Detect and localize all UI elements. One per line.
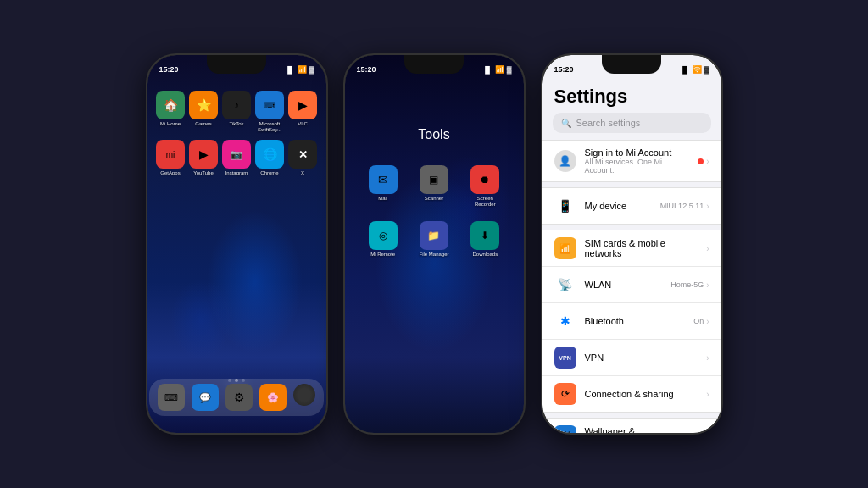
app-games[interactable]: ⭐ Games bbox=[189, 91, 219, 133]
app-label-mail: Mail bbox=[378, 196, 387, 202]
app-file-manager[interactable]: 📁 File Manager bbox=[413, 221, 455, 258]
status-time-home: 15:20 bbox=[159, 65, 179, 74]
vpn-icon: VPN bbox=[554, 347, 576, 369]
app-mail[interactable]: ✉ Mail bbox=[362, 165, 404, 208]
app-youtube[interactable]: ▶ YouTube bbox=[189, 140, 219, 176]
app-icon-mi-home: 🏠 bbox=[156, 91, 185, 119]
app-swiftkey[interactable]: ⌨ Microsoft SwiftKey... bbox=[255, 91, 285, 133]
dock-icon-camera bbox=[293, 384, 315, 406]
status-icons-home: ▐▌ 📶 ▓ bbox=[285, 65, 314, 74]
dock-dialer[interactable]: ⌨ bbox=[158, 384, 185, 411]
settings-row-sim[interactable]: 📶 SIM cards & mobile networks › bbox=[542, 230, 721, 267]
my-device-icon: 📱 bbox=[554, 195, 576, 217]
wallpaper-right: › bbox=[706, 432, 709, 434]
wallpaper-icon: 🖼 bbox=[554, 425, 576, 433]
dock-icon-photos: 🌸 bbox=[259, 384, 287, 411]
app-vlc[interactable]: ▶ VLC bbox=[288, 91, 318, 133]
app-instagram[interactable]: 📷 Instagram bbox=[222, 140, 252, 176]
settings-content: Settings 🔍 Search settings 👤 Sign in to … bbox=[542, 79, 721, 433]
wallpaper-content: Wallpaper & personalization bbox=[585, 426, 698, 433]
app-icon-chrome: 🌐 bbox=[255, 140, 284, 169]
tools-grid: ✉ Mail ▣ Scanner ⏺ Screen Recorder ◎ Mi … bbox=[345, 157, 524, 267]
connection-sharing-content: Connection & sharing bbox=[585, 389, 698, 399]
bluetooth-icon: ✱ bbox=[554, 310, 576, 332]
app-label-instagram: Instagram bbox=[225, 170, 248, 176]
dock-messages[interactable]: 💬 bbox=[192, 384, 219, 411]
app-label-downloads: Downloads bbox=[472, 252, 498, 258]
app-mi-home[interactable]: 🏠 Mi Home bbox=[156, 91, 186, 133]
app-scanner[interactable]: ▣ Scanner bbox=[413, 165, 455, 208]
settings-row-my-device[interactable]: 📱 My device MIUI 12.5.11 › bbox=[542, 188, 721, 224]
chevron-bluetooth: › bbox=[706, 317, 709, 326]
settings-row-connection-sharing[interactable]: ⟳ Connection & sharing › bbox=[542, 376, 721, 412]
app-icon-swiftkey: ⌨ bbox=[255, 91, 284, 119]
app-label-x: X bbox=[301, 170, 304, 176]
dock-photos[interactable]: 🌸 bbox=[259, 384, 287, 411]
phone-settings: 15:20 ▐▌ 🛜 ▓ Settings 🔍 Search settings bbox=[541, 53, 723, 435]
settings-section-personalization: 🖼 Wallpaper & personalization › 🔒 bbox=[542, 418, 721, 433]
app-getapps[interactable]: mi GetApps bbox=[156, 140, 186, 176]
mi-account-content: Sign in to Mi Account All Mi services. O… bbox=[585, 147, 690, 175]
app-icon-games: ⭐ bbox=[189, 91, 218, 119]
search-placeholder: Search settings bbox=[576, 118, 641, 128]
battery-icon-2: ▓ bbox=[507, 66, 512, 74]
app-icon-scanner: ▣ bbox=[420, 165, 448, 194]
settings-row-mi-account[interactable]: 👤 Sign in to Mi Account All Mi services.… bbox=[542, 141, 721, 181]
app-icon-youtube: ▶ bbox=[189, 140, 218, 169]
wallpaper-title: Wallpaper & personalization bbox=[585, 426, 698, 433]
app-icon-mi-remote: ◎ bbox=[369, 221, 398, 250]
my-device-right: MIUI 12.5.11 › bbox=[660, 202, 709, 211]
dock-icon-messages: 💬 bbox=[192, 384, 219, 411]
app-icon-instagram: 📷 bbox=[222, 140, 251, 169]
sim-icon: 📶 bbox=[554, 237, 576, 259]
vpn-content: VPN bbox=[585, 352, 698, 363]
app-icon-file-manager: 📁 bbox=[420, 221, 448, 250]
settings-row-wlan[interactable]: 📡 WLAN Home-5G › bbox=[542, 267, 721, 303]
settings-section-network: 📶 SIM cards & mobile networks › 📡 bbox=[542, 230, 721, 413]
app-x[interactable]: ✕ X bbox=[288, 140, 318, 176]
app-icon-x: ✕ bbox=[288, 140, 317, 169]
app-icon-tiktok: ♪ bbox=[222, 91, 251, 119]
settings-row-vpn[interactable]: VPN VPN › bbox=[542, 340, 721, 376]
chevron-wallpaper: › bbox=[706, 432, 709, 434]
settings-row-bluetooth[interactable]: ✱ Bluetooth On › bbox=[542, 303, 721, 340]
folder-title: Tools bbox=[345, 127, 524, 142]
app-label-youtube: YouTube bbox=[193, 170, 214, 176]
signal-icon-3: ▐▌ bbox=[680, 66, 689, 74]
chevron-sim: › bbox=[706, 244, 709, 253]
app-label-mi-home: Mi Home bbox=[160, 121, 181, 127]
bluetooth-content: Bluetooth bbox=[585, 316, 686, 326]
dock-camera[interactable] bbox=[293, 384, 315, 411]
miui-version: MIUI 12.5.11 bbox=[660, 202, 704, 210]
connection-sharing-right: › bbox=[706, 390, 709, 399]
app-icon-screen-recorder: ⏺ bbox=[470, 165, 499, 194]
signal-icon: ▐▌ bbox=[285, 66, 294, 74]
app-label-vlc: VLC bbox=[298, 121, 308, 127]
app-icon-vlc: ▶ bbox=[288, 91, 317, 119]
app-tiktok[interactable]: ♪ TikTok bbox=[222, 91, 252, 133]
settings-row-wallpaper[interactable]: 🖼 Wallpaper & personalization › bbox=[542, 419, 721, 433]
status-bar-home: 15:20 ▐▌ 📶 ▓ bbox=[147, 55, 326, 79]
status-icons-settings: ▐▌ 🛜 ▓ bbox=[680, 65, 709, 74]
app-icon-downloads: ⬇ bbox=[470, 221, 499, 250]
vpn-right: › bbox=[706, 353, 709, 363]
app-label-chrome: Chrome bbox=[260, 170, 278, 176]
vpn-title: VPN bbox=[585, 352, 698, 363]
chevron-vpn: › bbox=[706, 353, 709, 363]
dock-settings[interactable]: ⚙ bbox=[225, 384, 253, 411]
phone-tools: 15:20 ▐▌ 📶 ▓ Tools ✉ Mail ▣ Scanner bbox=[343, 53, 526, 435]
settings-search-bar[interactable]: 🔍 Search settings bbox=[553, 113, 711, 133]
app-label-tiktok: TikTok bbox=[229, 121, 243, 127]
app-grid-home: 🏠 Mi Home ⭐ Games ♪ TikTok ⌨ Microsoft S… bbox=[147, 86, 326, 182]
wlan-icon: 📡 bbox=[554, 274, 576, 296]
wifi-icon-3: 🛜 bbox=[693, 65, 702, 74]
status-time-settings: 15:20 bbox=[554, 65, 574, 74]
connection-sharing-title: Connection & sharing bbox=[585, 389, 698, 399]
app-downloads[interactable]: ⬇ Downloads bbox=[464, 221, 506, 258]
app-mi-remote[interactable]: ◎ Mi Remote bbox=[362, 221, 404, 258]
settings-title: Settings bbox=[542, 79, 721, 113]
app-chrome[interactable]: 🌐 Chrome bbox=[255, 140, 285, 176]
app-label-mi-remote: Mi Remote bbox=[370, 252, 395, 258]
mi-account-icon: 👤 bbox=[554, 150, 576, 172]
app-screen-recorder[interactable]: ⏺ Screen Recorder bbox=[464, 165, 506, 208]
